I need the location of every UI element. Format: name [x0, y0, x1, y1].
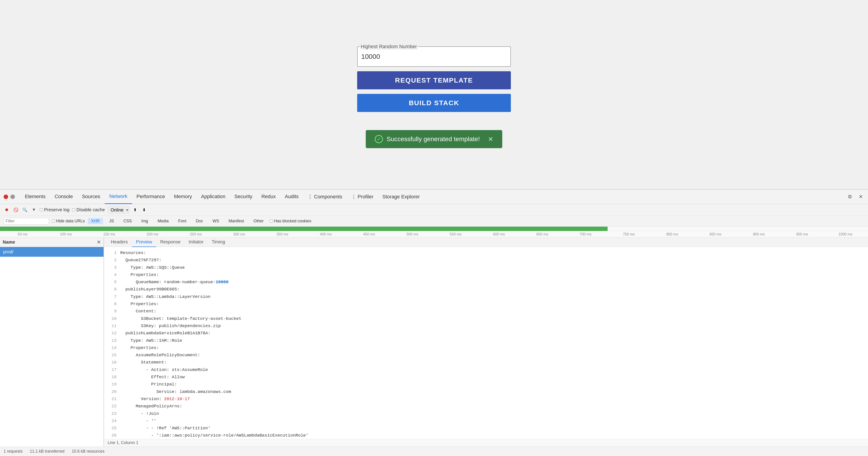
tab-application[interactable]: Application [196, 190, 230, 204]
filter-doc[interactable]: Doc [193, 218, 206, 224]
code-line: 12 publishLambdaServiceRoleB1A1B78A: [107, 330, 864, 337]
record-icon[interactable] [4, 195, 8, 199]
preserve-log-checkbox[interactable] [40, 208, 43, 211]
preview-pane: Headers Preview Response Initiator Timin… [104, 237, 868, 447]
disable-cache-checkbox[interactable] [72, 208, 75, 211]
tl-350: 350 ms [261, 232, 304, 236]
preview-tab-initiator[interactable]: Initiator [185, 237, 208, 247]
code-line: 11 S3Key: publish/dependencies.zip [107, 322, 864, 330]
search-button[interactable]: 🔍 [22, 207, 28, 213]
filter-bar: Hide data URLs XHR JS CSS Img Media Font… [0, 216, 868, 227]
filter-media[interactable]: Media [154, 218, 172, 224]
filter-font[interactable]: Font [175, 218, 189, 224]
filter-input[interactable] [4, 218, 49, 225]
tl-700: 700 ms [564, 232, 608, 236]
code-line: 20 Service: lambda.amazonaws.com [107, 388, 864, 395]
request-list-close[interactable]: ✕ [97, 239, 101, 245]
input-wrapper: Highest Random Number [357, 46, 511, 67]
tl-650: 650 ms [521, 232, 564, 236]
tl-600: 600 ms [477, 232, 521, 236]
blocked-cookies-label[interactable]: Has blocked cookies [270, 219, 311, 224]
code-line: 26 - ':iam::aws:policy/service-role/AWSL… [107, 432, 864, 439]
throttle-select[interactable]: Online [107, 206, 129, 213]
preview-content: 1Resources:2 Queue276F7297:3 Type: AWS::… [104, 247, 868, 439]
preview-tab-preview[interactable]: Preview [132, 237, 156, 247]
export-icon[interactable]: ⬇ [141, 207, 147, 213]
app-container: Highest Random Number REQUEST TEMPLATE B… [357, 46, 511, 148]
network-main: Name ✕ prod/ Headers Preview Response [0, 237, 868, 447]
refresh-icon[interactable] [10, 195, 15, 199]
filter-js[interactable]: JS [106, 218, 117, 224]
request-list-header: Name ✕ [0, 237, 103, 247]
filter-css[interactable]: CSS [120, 218, 135, 224]
code-line: 16 Statement: [107, 359, 864, 366]
transferred-size: 11.1 kB transferred [30, 449, 64, 454]
preview-tabs: Headers Preview Response Initiator Timin… [104, 237, 868, 247]
request-template-button[interactable]: REQUEST TEMPLATE [357, 71, 511, 89]
disable-cache-label[interactable]: Disable cache [72, 207, 105, 212]
build-stack-button[interactable]: BUILD STACK [357, 94, 511, 112]
request-item-prod[interactable]: prod/ [0, 247, 103, 257]
tab-performance[interactable]: Performance [132, 190, 169, 204]
code-line: 14 Properties: [107, 344, 864, 351]
preview-tab-timing[interactable]: Timing [208, 237, 229, 247]
timeline-bar [0, 227, 868, 231]
code-line: 18 Effect: Allow [107, 373, 864, 381]
code-line: 3 Type: AWS::SQS::Queue [107, 264, 864, 271]
blocked-cookies-checkbox[interactable] [270, 220, 273, 223]
tl-550: 550 ms [434, 232, 477, 236]
code-line: 24 - '' [107, 417, 864, 425]
tl-1000: 1000 ms [824, 232, 867, 236]
clear-button[interactable]: 🚫 [13, 207, 19, 213]
toast-message: Successfully generated template! [386, 136, 480, 143]
filter-other[interactable]: Other [250, 218, 267, 224]
code-line: 6 publishLayer99B0E665: [107, 286, 864, 293]
tab-memory[interactable]: Memory [169, 190, 196, 204]
tl-950: 950 ms [780, 232, 824, 236]
tl-250: 250 ms [174, 232, 217, 236]
filter-ws[interactable]: WS [209, 218, 222, 224]
tab-audits[interactable]: Audits [280, 190, 303, 204]
tab-network[interactable]: Network [105, 190, 132, 204]
code-line: 10 S3Bucket: template-factory-asset-buck… [107, 315, 864, 322]
preserve-log-label[interactable]: Preserve log [40, 207, 69, 212]
tab-elements[interactable]: Elements [20, 190, 50, 204]
filter-img[interactable]: Img [138, 218, 151, 224]
input-label: Highest Random Number [360, 44, 418, 50]
code-line: 7 Type: AWS::Lambda::LayerVersion [107, 293, 864, 301]
hide-data-urls-checkbox[interactable] [52, 220, 55, 223]
devtools-close-icon[interactable]: ✕ [857, 193, 864, 200]
hide-data-urls-label[interactable]: Hide data URLs [52, 219, 85, 224]
tl-400: 400 ms [304, 232, 347, 236]
filter-button[interactable]: ▼ [31, 207, 37, 213]
tab-sources[interactable]: Sources [77, 190, 105, 204]
devtools-circles [4, 195, 15, 199]
toast-close-button[interactable]: ✕ [488, 136, 493, 143]
code-line: 1Resources: [107, 249, 864, 256]
devtools-right-icons: ⚙ ✕ [846, 193, 864, 200]
timeline-progress [0, 227, 608, 231]
filter-manifest[interactable]: Manifest [225, 218, 247, 224]
code-line: 19 Principal: [107, 381, 864, 388]
code-line: 5 QueueName: random-number-queue-10000 [107, 279, 864, 286]
tab-storage-explorer[interactable]: Storage Explorer [378, 190, 424, 204]
network-toolbar: ⏺ 🚫 🔍 ▼ Preserve log Disable cache Onlin… [0, 204, 868, 216]
tab-security[interactable]: Security [230, 190, 257, 204]
preview-tab-headers[interactable]: Headers [107, 237, 132, 247]
code-line: 15 AssumeRolePolicyDocument: [107, 351, 864, 359]
record-button[interactable]: ⏺ [4, 207, 10, 213]
code-line: 13 Type: AWS::IAM::Role [107, 337, 864, 344]
code-line: 9 Content: [107, 308, 864, 315]
code-line: 21 Version: 2012-10-17 [107, 395, 864, 403]
preview-tab-response[interactable]: Response [156, 237, 185, 247]
import-icon[interactable]: ⬆ [132, 207, 138, 213]
filter-xhr[interactable]: XHR [88, 218, 103, 224]
code-line: 25 - - !Ref 'AWS::Partition' [107, 425, 864, 432]
devtools-panel: Elements Console Sources Network Perform… [0, 189, 868, 456]
code-line: 2 Queue276F7297: [107, 256, 864, 264]
tab-components[interactable]: ⋮ Components [303, 190, 347, 204]
tab-redux[interactable]: Redux [257, 190, 280, 204]
tab-console[interactable]: Console [50, 190, 78, 204]
devtools-settings-icon[interactable]: ⚙ [846, 193, 854, 200]
tab-profiler[interactable]: ⋮ Profiler [347, 190, 378, 204]
